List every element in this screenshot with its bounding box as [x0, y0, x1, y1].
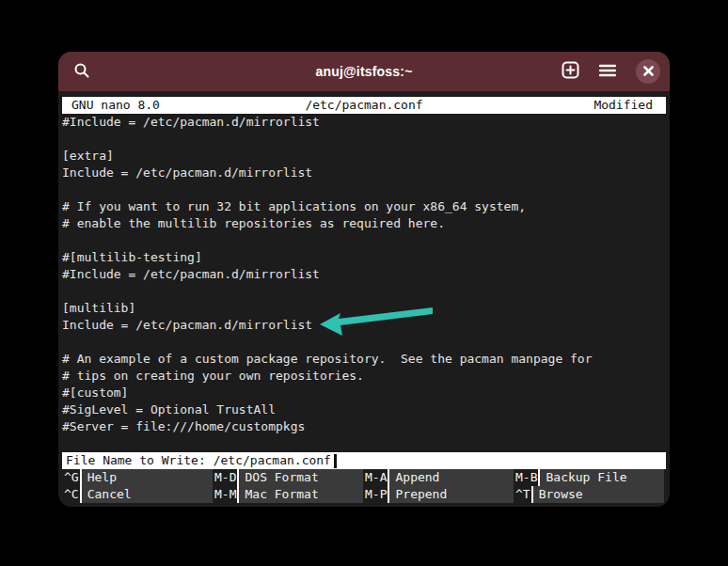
editor-line: [62, 232, 666, 249]
close-icon: [643, 65, 654, 79]
shortcut-entry: M-P Prepend: [363, 486, 514, 503]
shortcut-label: Backup File: [540, 469, 664, 486]
prompt-label: File Name to Write:: [66, 452, 206, 469]
editor-line: #[multilib-testing]: [62, 249, 666, 266]
hamburger-menu-icon: [599, 64, 616, 80]
editor-line: # An example of a custom package reposit…: [62, 351, 666, 368]
shortcut-label: DOS Format: [239, 469, 363, 486]
menu-button[interactable]: [599, 64, 616, 80]
nano-version: GNU nano 8.0: [62, 97, 160, 114]
shortcut-key: ^C: [62, 486, 82, 503]
editor-line: Include = /etc/pacman.d/mirrorlist: [62, 165, 666, 181]
shortcut-key: ^G: [62, 469, 82, 486]
shortcut-entry: ^G Help: [62, 469, 213, 486]
editor-line: #Include = /etc/pacman.d/mirrorlist: [62, 266, 666, 283]
editor-line: # tips on creating your own repositories…: [62, 368, 666, 385]
shortcut-label: Cancel: [82, 486, 213, 503]
shortcut-key: M-M: [213, 486, 239, 503]
nano-titlebar: GNU nano 8.0 /etc/pacman.conf Modified: [62, 97, 666, 114]
close-button[interactable]: [636, 59, 660, 84]
shortcut-label: Append: [389, 469, 514, 486]
shortcut-label: Mac Format: [239, 486, 363, 503]
editor-line: # If you want to run 32 bit applications…: [62, 198, 666, 215]
editor-line: [62, 181, 666, 198]
nano-modified-status: Modified: [593, 97, 666, 114]
editor-line: [extra]: [62, 148, 666, 165]
shortcut-entry: M-M Mac Format: [213, 486, 363, 503]
editor-line: #[custom]: [62, 385, 666, 401]
editor-line: # enable the multilib repositories as re…: [62, 215, 666, 232]
search-button[interactable]: [73, 62, 90, 82]
shortcut-row-1: ^G Help M-D DOS Format M-A Append M-B Ba…: [62, 469, 666, 486]
editor-buffer: #Include = /etc/pacman.d/mirrorlist [ext…: [62, 114, 666, 452]
titlebar[interactable]: anuj@itsfoss:~: [58, 52, 670, 91]
editor-line: [62, 131, 666, 148]
search-icon: [73, 62, 90, 82]
desktop-background: { "window": { "title": "anuj@itsfoss:~" …: [0, 0, 728, 566]
terminal-window: anuj@itsfoss:~: [58, 52, 670, 507]
new-tab-icon: [562, 61, 579, 82]
annotation-arrow: [312, 299, 439, 342]
shortcut-entry: M-A Append: [363, 469, 514, 486]
shortcut-key: M-A: [363, 469, 389, 486]
filename-input-value[interactable]: /etc/pacman.conf: [214, 452, 331, 469]
shortcut-key: M-B: [514, 469, 540, 486]
editor-line: [62, 283, 666, 300]
editor-line: #Include = /etc/pacman.d/mirrorlist: [62, 114, 666, 131]
filename-prompt[interactable]: File Name to Write: /etc/pacman.conf: [62, 452, 666, 469]
editor-line: #SigLevel = Optional TrustAll: [62, 401, 666, 418]
new-tab-button[interactable]: [562, 61, 579, 82]
shortcut-label: Browse: [533, 486, 664, 503]
shortcut-label: Help: [82, 469, 213, 486]
shortcut-entry: ^C Cancel: [62, 486, 213, 503]
editor-line: #Server = file:///home/custompkgs: [62, 418, 666, 435]
shortcut-entry: ^T Browse: [514, 486, 664, 503]
shortcut-label: Prepend: [389, 486, 514, 503]
text-cursor: [334, 454, 337, 468]
shortcut-row-2: ^C Cancel M-M Mac Format M-P Prepend ^T …: [62, 486, 666, 503]
shortcut-key: M-P: [363, 486, 389, 503]
shortcut-entry: M-D DOS Format: [213, 469, 363, 486]
shortcut-key: ^T: [514, 486, 533, 503]
terminal-screen[interactable]: GNU nano 8.0 /etc/pacman.conf Modified #…: [58, 97, 670, 507]
shortcut-key: M-D: [213, 469, 239, 486]
editor-line: [62, 435, 666, 452]
shortcut-entry: M-B Backup File: [514, 469, 664, 486]
